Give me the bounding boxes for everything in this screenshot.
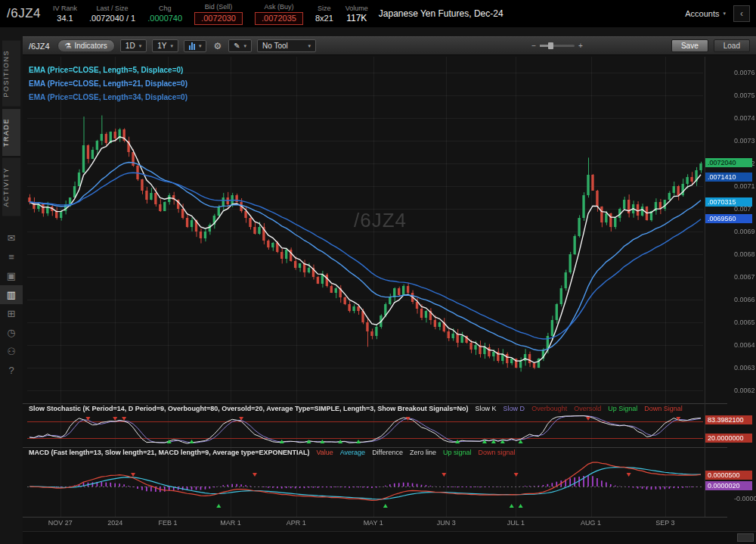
study-label: EMA (Price=CLOSE, Length=34, Displace=0) [29,93,187,101]
quote-header: /6JZ4 IV Rank34.1Last / Size.0072040 / 1… [0,0,756,27]
save-button[interactable]: Save [671,39,708,52]
y-axis-label: 0.0071 [734,182,755,190]
stat-value: 34.1 [57,14,73,23]
chart-settings-button[interactable]: ⚙ [212,41,223,51]
last-price-badge: .0072040 [705,158,752,167]
y-axis-label: 0.0063 [734,364,755,371]
ema-value-badge: .0069560 [705,214,752,223]
apps-grid-icon[interactable]: ⊞ [0,304,23,323]
header-stats: IV Rank34.1Last / Size.0072040 / 1Chg.00… [53,2,368,25]
header-stat: Bid (Sell).0072030 [194,2,243,25]
chart-canvas[interactable] [23,55,756,544]
sidebar-icons: ✉≡▣▥⊞◷⚇? [0,228,23,380]
stat-value: .0072035 [255,12,303,25]
sidebar-tab-activity[interactable]: ACTIVITY [2,158,20,216]
active-tool-select[interactable]: No Tool ▾ [257,39,316,52]
watchlist-icon[interactable]: ≡ [0,247,23,266]
stat-label: Ask (Buy) [264,2,293,12]
legend-item: Difference [372,449,403,456]
chart-toolbar: /6JZ4 ⚗ Indicators 1D ▾ 1Y ▾ ▾ ⚙ [23,36,756,55]
indicators-button[interactable]: ⚗ Indicators [57,39,115,52]
stochastic-legend: Slow KSlow DOverboughtOversoldUp SignalD… [476,405,683,412]
ema-value-badge: .0070315 [705,197,752,207]
legend-item: Average [340,449,365,456]
header-stat: Last / Size.0072040 / 1 [89,4,135,23]
study-label: EMA (Price=CLOSE, Length=21, Displace=0) [29,79,187,88]
stat-value: .0000740 [147,14,182,23]
instrument-name: Japanese Yen Futures, Dec-24 [379,8,503,19]
zoom-slider-knob[interactable] [548,42,553,49]
indicators-label: Indicators [74,42,107,50]
chart-type-select[interactable]: ▾ [184,40,207,52]
help-icon[interactable]: ? [0,361,23,380]
sidebar-tab-trade[interactable]: TRADE [2,109,20,156]
active-tool-value: No Tool [262,42,288,50]
trading-app: /6JZ4 IV Rank34.1Last / Size.0072040 / 1… [0,0,756,544]
x-axis-label: JUL 1 [498,519,533,527]
range-select[interactable]: 1Y ▾ [152,39,178,52]
x-axis-label: SEP 3 [648,519,683,527]
sidebar-tabs: POSITIONSTRADEACTIVITY [2,41,20,216]
legend-item: Zero line [410,449,436,456]
messages-icon[interactable]: ✉ [0,228,23,247]
chevron-down-icon: ▾ [244,43,247,49]
legend-item: Up Signal [608,405,637,412]
chart-panel: /6JZ4 ⚗ Indicators 1D ▾ 1Y ▾ ▾ ⚙ [23,27,756,544]
collapse-panel-button[interactable]: ‹ [733,5,750,22]
toolbar-symbol[interactable]: /6JZ4 [29,42,50,51]
y-axis-label: 0.0068 [734,250,755,258]
products-icon[interactable]: ▣ [0,266,23,285]
y-axis-label: 0.0066 [734,296,755,303]
stat-value: 8x21 [315,14,333,23]
x-axis-label: AUG 1 [574,519,609,527]
app-body: POSITIONSTRADEACTIVITY ✉≡▣▥⊞◷⚇? /6JZ4 ⚗ … [0,27,756,544]
resize-grip[interactable] [737,533,754,542]
y-axis-label: 0.0062 [734,387,755,394]
x-axis-label: FEB 1 [150,519,185,527]
accounts-dropdown[interactable]: Accounts ▾ [685,9,726,18]
timeframe-value: 1D [125,42,135,50]
stat-label: Last / Size [97,4,129,14]
flask-icon: ⚗ [65,42,72,50]
x-axis-label: MAR 1 [213,519,248,527]
chevron-down-icon: ▾ [308,43,311,49]
legend-item: Value [316,449,333,456]
sidebar-tab-positions[interactable]: POSITIONS [2,41,20,107]
stoch-oversold-badge: 20.0000000 [705,434,752,443]
zoom-in-icon[interactable]: + [578,42,583,50]
history-icon[interactable]: ◷ [0,323,23,342]
left-sidebar: POSITIONSTRADEACTIVITY ✉≡▣▥⊞◷⚇? [0,27,23,544]
stat-label: IV Rank [53,4,77,14]
stochastic-title: Slow Stochastic (K Period=14, D Period=9… [29,405,469,412]
stat-label: Size [318,4,331,14]
header-stat: Chg.0000740 [147,4,182,23]
panel-top-gap [23,27,756,36]
macd-value-badge: 0.0000500 [705,471,752,480]
zoom-out-icon[interactable]: − [531,42,536,50]
timeframe-select[interactable]: 1D ▾ [120,39,147,52]
chart-icon[interactable]: ▥ [0,285,23,304]
chevron-down-icon: ▾ [170,43,173,49]
study-label: EMA (Price=CLOSE, Length=5, Displace=0) [29,66,183,74]
macd-diff-badge: 0.0000020 [705,481,752,490]
load-button[interactable]: Load [714,39,750,52]
header-symbol: /6JZ4 [0,6,53,21]
accounts-label: Accounts [685,9,719,18]
macd-title: MACD (Fast length=13, Slow length=21, MA… [29,449,309,456]
zoom-control: − + [531,42,583,50]
x-axis-label: NOV 27 [43,519,78,527]
x-axis-label: MAY 1 [356,519,391,527]
legend-item: Overbought [531,405,567,412]
bottom-strip [23,531,756,544]
legend-item: Up signal [443,449,472,456]
zoom-slider[interactable] [540,45,575,47]
x-axis-label: JUN 3 [429,519,463,527]
y-axis-label: 0.0073 [734,137,755,145]
community-icon[interactable]: ⚇ [0,342,23,361]
header-stat: IV Rank34.1 [53,4,77,23]
stochastic-header: Slow Stochastic (K Period=14, D Period=9… [29,405,683,412]
stoch-k-badge: 83.3982100 [705,415,752,424]
drawing-tools-select[interactable]: ✎ ▾ [228,39,252,52]
ema-value-badge: .0071410 [705,173,752,182]
macd-legend: ValueAverageDifferenceZero lineUp signal… [316,449,515,456]
